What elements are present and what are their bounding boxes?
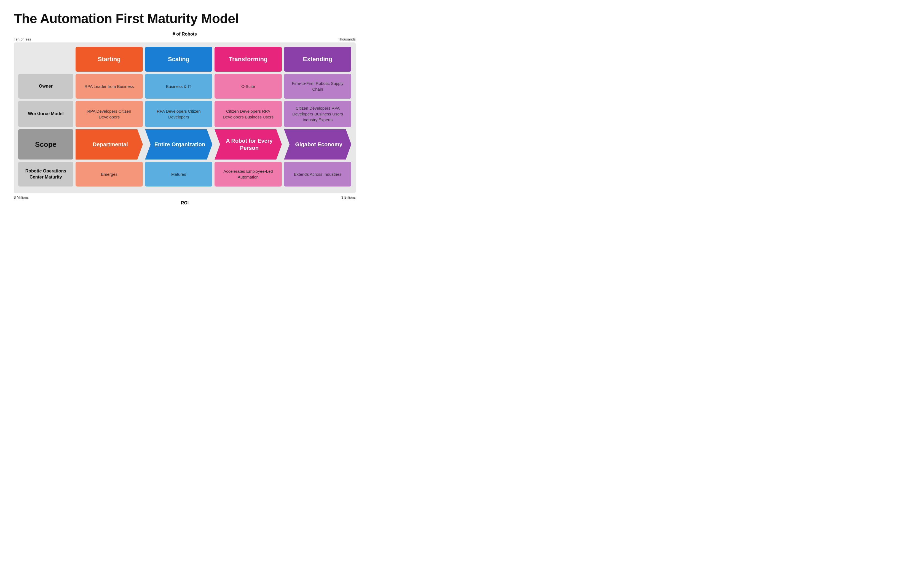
- header-empty-cell: [18, 47, 74, 72]
- axis-labels-top: Ten or less Thousands: [14, 37, 356, 42]
- workforce-label: Workforce Model: [18, 101, 74, 127]
- roc-starting: Emerges: [75, 162, 143, 187]
- roc-scaling: Matures: [145, 162, 212, 187]
- scope-row: Scope Departmental Entire Organization A…: [18, 129, 351, 160]
- roc-row: Robotic Operations Center Maturity Emerg…: [18, 162, 351, 187]
- owner-label: Owner: [18, 74, 74, 99]
- bottom-left-label: $ Millions: [14, 195, 28, 199]
- workforce-extending: Citizen Developers RPA Developers Busine…: [284, 101, 351, 127]
- robots-axis-label: # of Robots: [14, 32, 356, 37]
- scope-transforming: A Robot for Every Person: [214, 129, 282, 160]
- owner-row: Owner RPA Leader from Business Business …: [18, 74, 351, 99]
- header-row: Starting Scaling Transforming Extending: [18, 47, 351, 72]
- owner-scaling: Business & IT: [145, 74, 212, 99]
- roc-transforming: Accelerates Employee-Led Automation: [214, 162, 282, 187]
- top-left-label: Ten or less: [14, 37, 31, 41]
- scope-scaling: Entire Organization: [145, 129, 212, 160]
- grid-wrapper: Starting Scaling Transforming Extending …: [14, 42, 356, 193]
- top-right-label: Thousands: [338, 37, 356, 41]
- owner-transforming: C-Suite: [214, 74, 282, 99]
- header-scaling: Scaling: [145, 47, 212, 72]
- owner-starting: RPA Leader from Business: [75, 74, 143, 99]
- bottom-axis: $ Millions $ Billions: [14, 195, 356, 199]
- bottom-right-label: $ Billions: [341, 195, 356, 199]
- roi-axis-label: ROI: [14, 200, 356, 206]
- workforce-starting: RPA Developers Citizen Developers: [75, 101, 143, 127]
- scope-label: Scope: [18, 129, 74, 160]
- workforce-row: Workforce Model RPA Developers Citizen D…: [18, 101, 351, 127]
- header-transforming: Transforming: [214, 47, 282, 72]
- scope-starting: Departmental: [75, 129, 143, 160]
- workforce-scaling: RPA Developers Citizen Developers: [145, 101, 212, 127]
- workforce-transforming: Citizen Developers RPA Developers Busine…: [214, 101, 282, 127]
- roc-extending: Extends Across Industries: [284, 162, 351, 187]
- owner-extending: Firm-to-Firm Robotic Supply Chain: [284, 74, 351, 99]
- scope-extending: Gigabot Economy: [284, 129, 351, 160]
- page-title: The Automation First Maturity Model: [14, 11, 356, 26]
- diagram-container: # of Robots Ten or less Thousands Starti…: [14, 32, 356, 206]
- header-extending: Extending: [284, 47, 351, 72]
- header-starting: Starting: [75, 47, 143, 72]
- roc-label: Robotic Operations Center Maturity: [18, 162, 74, 187]
